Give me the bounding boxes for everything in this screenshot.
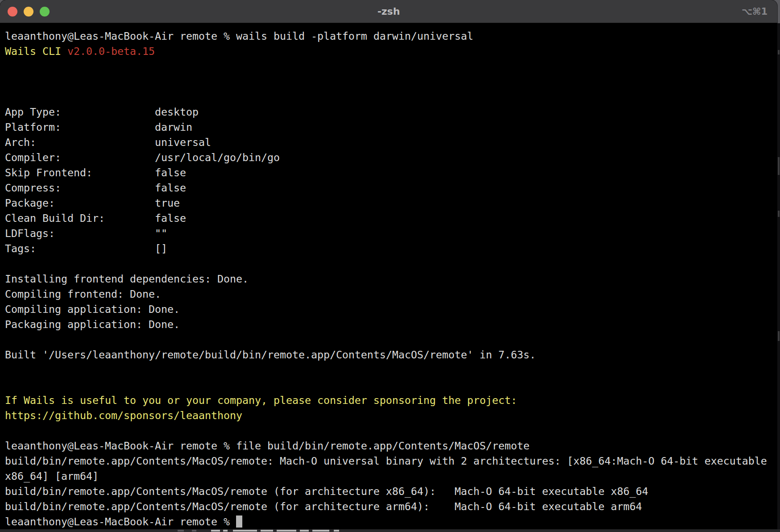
background-text-fragment bbox=[233, 530, 257, 532]
terminal-line: leaanthony@Leas-MacBook-Air remote % bbox=[5, 514, 777, 529]
titlebar[interactable]: -zsh ⌥⌘1 bbox=[0, 0, 777, 23]
terminal-line bbox=[5, 256, 777, 271]
background-text-fragment bbox=[277, 530, 296, 532]
terminal-line: Compress: false bbox=[5, 180, 777, 195]
minimize-button[interactable] bbox=[24, 7, 33, 17]
terminal-line: Compiling frontend: Done. bbox=[5, 287, 777, 302]
terminal-line: x86_64] [arm64] bbox=[5, 469, 777, 484]
background-text-fragment bbox=[261, 530, 273, 532]
terminal-line bbox=[5, 89, 777, 104]
terminal-line bbox=[5, 59, 777, 74]
terminal-line bbox=[5, 378, 777, 393]
terminal-line: Arch: universal bbox=[5, 135, 777, 150]
terminal-line: Installing frontend dependencies: Done. bbox=[5, 271, 777, 287]
terminal-line: build/bin/remote.app/Contents/MacOS/remo… bbox=[5, 484, 777, 499]
terminal-line: Clean Build Dir: false bbox=[5, 211, 777, 226]
terminal-line: App Type: desktop bbox=[5, 104, 777, 120]
terminal-line: Packaging application: Done. bbox=[5, 317, 777, 332]
close-button[interactable] bbox=[8, 7, 17, 17]
terminal-line: Tags: [] bbox=[5, 241, 777, 256]
terminal-line: Skip Frontend: false bbox=[5, 165, 777, 180]
terminal-line: Platform: darwin bbox=[5, 120, 777, 135]
terminal-window: -zsh ⌥⌘1 leaanthony@Leas-MacBook-Air rem… bbox=[0, 0, 777, 529]
terminal-line bbox=[5, 332, 777, 347]
terminal-line: Built '/Users/leaanthony/remote/build/bi… bbox=[5, 347, 777, 362]
terminal-line: https://github.com/sponsors/leaanthony bbox=[5, 408, 777, 423]
terminal-line: leaanthony@Leas-MacBook-Air remote % wai… bbox=[5, 29, 777, 44]
window-title: -zsh bbox=[0, 0, 777, 23]
background-text-fragment bbox=[334, 530, 339, 532]
terminal-line: build/bin/remote.app/Contents/MacOS/remo… bbox=[5, 499, 777, 514]
terminal-line: Wails CLI v2.0.0-beta.15 bbox=[5, 44, 777, 59]
background-text-fragment bbox=[192, 530, 196, 532]
terminal-line: leaanthony@Leas-MacBook-Air remote % fil… bbox=[5, 438, 777, 453]
terminal-line bbox=[5, 362, 777, 378]
zoom-button[interactable] bbox=[40, 7, 50, 17]
terminal-line: Compiler: /usr/local/go/bin/go bbox=[5, 150, 777, 165]
terminal-output[interactable]: leaanthony@Leas-MacBook-Air remote % wai… bbox=[0, 23, 777, 529]
background-window-sliver-bottom bbox=[0, 529, 780, 532]
terminal-cursor bbox=[236, 515, 242, 528]
terminal-line: Package: true bbox=[5, 195, 777, 211]
window-shortcut-badge: ⌥⌘1 bbox=[742, 0, 768, 23]
background-text-fragment bbox=[300, 530, 309, 532]
terminal-line bbox=[5, 423, 777, 438]
background-text-fragment bbox=[211, 530, 220, 532]
terminal-line: Compiling application: Done. bbox=[5, 302, 777, 317]
background-text-fragment bbox=[312, 530, 329, 532]
terminal-line: build/bin/remote.app/Contents/MacOS/remo… bbox=[5, 453, 777, 469]
terminal-line: LDFlags: "" bbox=[5, 226, 777, 241]
traffic-lights bbox=[8, 0, 50, 23]
terminal-line bbox=[5, 74, 777, 89]
terminal-line: If Wails is useful to you or your compan… bbox=[5, 393, 777, 408]
background-text-fragment bbox=[223, 530, 228, 532]
background-window-sliver-right bbox=[777, 23, 780, 532]
background-text-fragment bbox=[178, 530, 184, 532]
screen: -zsh ⌥⌘1 leaanthony@Leas-MacBook-Air rem… bbox=[0, 0, 780, 532]
